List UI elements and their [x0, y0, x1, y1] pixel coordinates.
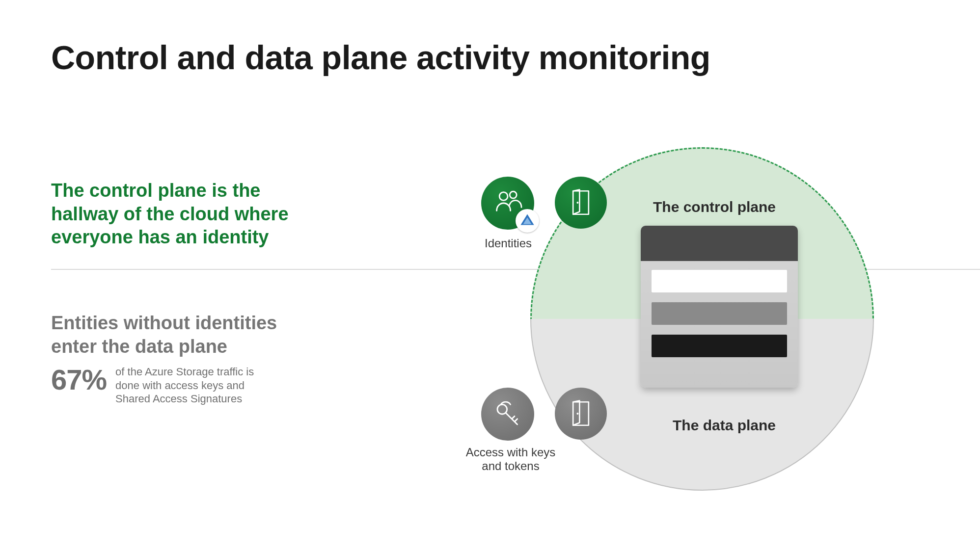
svg-rect-7: [573, 402, 589, 425]
svg-point-5: [576, 202, 578, 204]
key-icon: [490, 397, 525, 431]
door-icon: [565, 397, 597, 430]
svg-point-0: [499, 192, 508, 201]
window-row: [652, 302, 787, 325]
window-body: [641, 261, 798, 366]
svg-point-1: [510, 191, 517, 198]
data-plane-description: Entities without identities enter the da…: [51, 312, 306, 358]
stat-block: 67% of the Azure Storage traffic is done…: [51, 363, 268, 406]
access-keys-icon: [481, 388, 534, 441]
window-titlebar: [641, 226, 798, 261]
slide: Control and data plane activity monitori…: [0, 0, 980, 552]
control-plane-door-icon: [555, 177, 607, 229]
identities-caption: Identities: [479, 237, 538, 250]
slide-title: Control and data plane activity monitori…: [51, 38, 710, 77]
svg-point-8: [576, 413, 578, 415]
control-plane-label: The control plane: [653, 199, 776, 215]
plane-diagram: The control plane The data plane: [457, 128, 967, 491]
data-plane-label: The data plane: [673, 417, 776, 434]
resource-window-icon: [641, 226, 798, 388]
door-icon: [565, 186, 597, 219]
stat-description: of the Azure Storage traffic is done wit…: [115, 363, 268, 406]
svg-rect-4: [573, 191, 589, 214]
window-row: [652, 270, 787, 292]
identities-icon: [481, 177, 534, 230]
data-plane-door-icon: [555, 388, 607, 440]
stat-percentage: 67%: [51, 363, 107, 396]
access-keys-caption: Access with keys and tokens: [459, 446, 562, 473]
control-plane-description: The control plane is the hallway of the …: [51, 179, 306, 249]
azure-ad-badge-icon: [516, 209, 539, 233]
window-row: [652, 335, 787, 357]
